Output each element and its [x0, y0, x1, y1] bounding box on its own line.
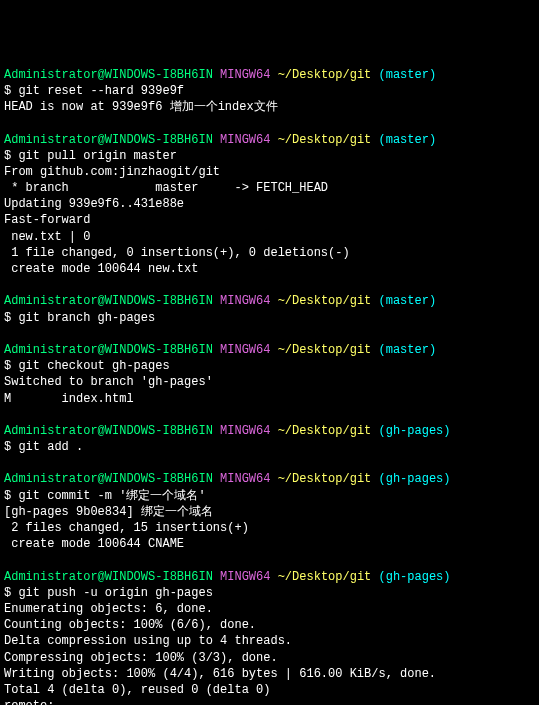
terminal-output[interactable]: Administrator@WINDOWS-I8BH6IN MINGW64 ~/… [4, 67, 535, 705]
command-line: $ git push -u origin gh-pages [4, 585, 535, 601]
output-line: create mode 100644 CNAME [4, 536, 535, 552]
prompt-branch: (master) [379, 133, 437, 147]
blank-line [4, 277, 535, 293]
output-line: Total 4 (delta 0), reused 0 (delta 0) [4, 682, 535, 698]
prompt-user: Administrator@WINDOWS-I8BH6IN [4, 343, 213, 357]
blank-line [4, 115, 535, 131]
prompt-line: Administrator@WINDOWS-I8BH6IN MINGW64 ~/… [4, 132, 535, 148]
prompt-path: ~/Desktop/git [278, 472, 372, 486]
prompt-shell: MINGW64 [220, 343, 270, 357]
command-line: $ git pull origin master [4, 148, 535, 164]
prompt-line: Administrator@WINDOWS-I8BH6IN MINGW64 ~/… [4, 471, 535, 487]
prompt-line: Administrator@WINDOWS-I8BH6IN MINGW64 ~/… [4, 423, 535, 439]
output-line: new.txt | 0 [4, 229, 535, 245]
command-line: $ git checkout gh-pages [4, 358, 535, 374]
blank-line [4, 407, 535, 423]
prompt-path: ~/Desktop/git [278, 343, 372, 357]
command-line: $ git add . [4, 439, 535, 455]
blank-line [4, 552, 535, 568]
output-line: Writing objects: 100% (4/4), 616 bytes |… [4, 666, 535, 682]
output-line: create mode 100644 new.txt [4, 261, 535, 277]
output-line: 1 file changed, 0 insertions(+), 0 delet… [4, 245, 535, 261]
blank-line [4, 326, 535, 342]
prompt-branch: (gh-pages) [379, 472, 451, 486]
prompt-shell: MINGW64 [220, 133, 270, 147]
output-line: Counting objects: 100% (6/6), done. [4, 617, 535, 633]
output-line: HEAD is now at 939e9f6 增加一个index文件 [4, 99, 535, 115]
prompt-line: Administrator@WINDOWS-I8BH6IN MINGW64 ~/… [4, 67, 535, 83]
prompt-path: ~/Desktop/git [278, 68, 372, 82]
output-line: From github.com:jinzhaogit/git [4, 164, 535, 180]
prompt-branch: (gh-pages) [379, 424, 451, 438]
prompt-user: Administrator@WINDOWS-I8BH6IN [4, 133, 213, 147]
prompt-branch: (master) [379, 294, 437, 308]
prompt-user: Administrator@WINDOWS-I8BH6IN [4, 294, 213, 308]
command-line: $ git reset --hard 939e9f [4, 83, 535, 99]
command-line: $ git branch gh-pages [4, 310, 535, 326]
prompt-user: Administrator@WINDOWS-I8BH6IN [4, 570, 213, 584]
prompt-branch: (master) [379, 343, 437, 357]
output-line: Switched to branch 'gh-pages' [4, 374, 535, 390]
prompt-shell: MINGW64 [220, 68, 270, 82]
prompt-shell: MINGW64 [220, 424, 270, 438]
prompt-line: Administrator@WINDOWS-I8BH6IN MINGW64 ~/… [4, 293, 535, 309]
prompt-shell: MINGW64 [220, 570, 270, 584]
prompt-line: Administrator@WINDOWS-I8BH6IN MINGW64 ~/… [4, 342, 535, 358]
output-line: M index.html [4, 391, 535, 407]
output-line: * branch master -> FETCH_HEAD [4, 180, 535, 196]
blank-line [4, 455, 535, 471]
output-line: Delta compression using up to 4 threads. [4, 633, 535, 649]
prompt-shell: MINGW64 [220, 472, 270, 486]
output-line: Fast-forward [4, 212, 535, 228]
prompt-line: Administrator@WINDOWS-I8BH6IN MINGW64 ~/… [4, 569, 535, 585]
prompt-branch: (master) [379, 68, 437, 82]
output-line: 2 files changed, 15 insertions(+) [4, 520, 535, 536]
prompt-path: ~/Desktop/git [278, 294, 372, 308]
prompt-path: ~/Desktop/git [278, 133, 372, 147]
output-line: Updating 939e9f6..431e88e [4, 196, 535, 212]
prompt-user: Administrator@WINDOWS-I8BH6IN [4, 68, 213, 82]
output-line: Enumerating objects: 6, done. [4, 601, 535, 617]
prompt-branch: (gh-pages) [379, 570, 451, 584]
command-line: $ git commit -m '绑定一个域名' [4, 488, 535, 504]
output-line: remote: [4, 698, 535, 705]
output-line: [gh-pages 9b0e834] 绑定一个域名 [4, 504, 535, 520]
prompt-path: ~/Desktop/git [278, 424, 372, 438]
prompt-user: Administrator@WINDOWS-I8BH6IN [4, 472, 213, 486]
output-line: Compressing objects: 100% (3/3), done. [4, 650, 535, 666]
prompt-user: Administrator@WINDOWS-I8BH6IN [4, 424, 213, 438]
prompt-shell: MINGW64 [220, 294, 270, 308]
prompt-path: ~/Desktop/git [278, 570, 372, 584]
